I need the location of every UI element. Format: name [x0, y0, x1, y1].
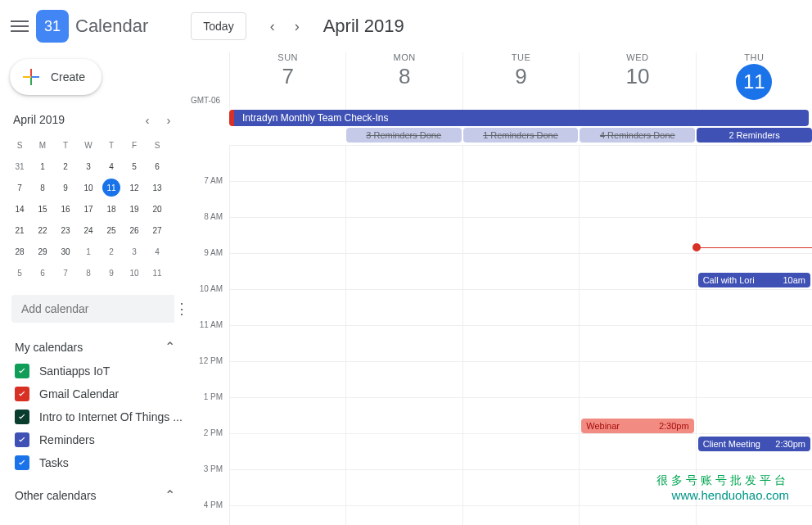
mini-day-cell[interactable]: 5	[123, 156, 146, 177]
mini-day-cell[interactable]: 5	[8, 262, 31, 283]
mini-day-cell[interactable]: 24	[77, 220, 100, 241]
mini-day-cell[interactable]: 15	[31, 198, 54, 220]
mini-day-cell[interactable]: 1	[77, 241, 100, 262]
mini-day-cell[interactable]: 26	[123, 220, 146, 241]
mini-day-cell[interactable]: 2	[100, 241, 123, 262]
sidebar: Create April 2019 ‹ › SMTWTFS31123456789…	[0, 52, 182, 525]
reminder-chip[interactable]: 3 Reminders Done	[346, 128, 462, 143]
mini-day-cell[interactable]: 9	[54, 177, 77, 198]
checkbox-icon[interactable]	[15, 410, 29, 424]
create-label: Create	[51, 70, 85, 84]
add-calendar-input[interactable]	[11, 295, 174, 323]
day-column[interactable]: Call with Lori10amClient Meeting2:30pm	[696, 145, 812, 525]
calendar-event[interactable]: Call with Lori10am	[698, 273, 810, 287]
allday-track: Intradyn Monthly Team Check-Ins 3 Remind…	[229, 110, 812, 145]
mini-day-cell[interactable]: 27	[146, 220, 169, 241]
mini-day-cell[interactable]: 14	[8, 198, 31, 220]
calendar-item[interactable]: Reminders	[11, 428, 182, 451]
day-header[interactable]: WED10	[579, 52, 695, 110]
mini-day-cell[interactable]: 28	[8, 241, 31, 262]
mini-day-cell[interactable]: 10	[123, 262, 146, 283]
day-column[interactable]	[229, 145, 345, 525]
time-column: 7 AM8 AM9 AM10 AM11 AM12 PM1 PM2 PM3 PM4…	[182, 145, 229, 525]
mini-day-cell[interactable]: 9	[100, 262, 123, 283]
checkbox-icon[interactable]	[15, 364, 29, 378]
reminder-chip[interactable]: 2 Reminders	[697, 128, 812, 143]
my-calendars-header[interactable]: My calendars ⌃	[11, 334, 182, 360]
calendar-item[interactable]: Gmail Calendar	[11, 382, 182, 405]
mini-day-cell[interactable]: 4	[146, 241, 169, 262]
mini-day-cell[interactable]: 7	[54, 262, 77, 283]
mini-day-cell[interactable]: 12	[123, 177, 146, 198]
mini-day-cell[interactable]: 16	[54, 198, 77, 220]
mini-day-cell[interactable]: 10	[77, 177, 100, 198]
day-column[interactable]	[462, 145, 579, 525]
nav-arrows: ‹ ›	[261, 15, 309, 38]
next-week-button[interactable]: ›	[286, 15, 309, 38]
mini-day-cell[interactable]: 6	[31, 262, 54, 283]
prev-week-button[interactable]: ‹	[261, 15, 284, 38]
day-header[interactable]: MON8	[345, 52, 462, 110]
mini-prev-button[interactable]: ‹	[138, 110, 157, 129]
mini-day-cell[interactable]: 18	[100, 198, 123, 220]
mini-day-cell[interactable]: 11	[146, 262, 169, 283]
mini-day-cell[interactable]: 3	[77, 156, 100, 177]
allday-event[interactable]: Intradyn Monthly Team Check-Ins	[229, 110, 809, 126]
menu-icon[interactable]	[10, 16, 29, 36]
watermark-url: www.henduohao.com	[656, 488, 789, 502]
create-button[interactable]: Create	[10, 59, 102, 95]
mini-day-cell[interactable]: 4	[100, 156, 123, 177]
calendar-event[interactable]: Webinar2:30pm	[581, 419, 693, 433]
mini-day-cell[interactable]: 25	[100, 220, 123, 241]
mini-day-cell[interactable]: 30	[54, 241, 77, 262]
other-calendars-header[interactable]: Other calendars ⌃	[11, 482, 182, 508]
mini-day-cell[interactable]: 13	[146, 177, 169, 198]
mini-day-cell[interactable]: 1	[31, 156, 54, 177]
mini-day-cell[interactable]: 11	[102, 179, 120, 197]
checkbox-icon[interactable]	[15, 432, 29, 447]
day-header[interactable]: THU11	[696, 52, 812, 110]
mini-day-cell[interactable]: 2	[54, 156, 77, 177]
checkbox-icon[interactable]	[15, 455, 29, 470]
checkbox-icon[interactable]	[15, 387, 29, 401]
hour-label: 4 PM	[182, 500, 229, 525]
day-column[interactable]: Webinar2:30pm	[579, 145, 695, 525]
mini-day-cell[interactable]: 20	[146, 198, 169, 220]
chevron-up-icon: ⌃	[165, 339, 175, 355]
reminder-chip[interactable]: 1 Reminders Done	[463, 128, 579, 143]
day-header[interactable]: SUN7	[229, 52, 345, 110]
section-title: Other calendars	[15, 489, 97, 502]
mini-day-cell[interactable]: 7	[8, 177, 31, 198]
calendar-event[interactable]: Client Meeting2:30pm	[698, 437, 810, 451]
mini-dow: W	[77, 134, 100, 156]
mini-day-cell[interactable]: 8	[31, 177, 54, 198]
mini-calendar[interactable]: SMTWTFS311234567891011121314151617181920…	[8, 134, 182, 283]
mini-day-cell[interactable]: 29	[31, 241, 54, 262]
reminder-chip[interactable]: 4 Reminders Done	[580, 128, 695, 143]
hour-label: 9 AM	[182, 248, 229, 284]
mini-next-button[interactable]: ›	[159, 110, 178, 129]
event-title: Call with Lori	[703, 275, 755, 285]
time-grid[interactable]: 7 AM8 AM9 AM10 AM11 AM12 PM1 PM2 PM3 PM4…	[182, 145, 812, 525]
mini-dow: T	[100, 134, 123, 156]
calendar-item[interactable]: Santiapps IoT	[11, 360, 182, 382]
today-button[interactable]: Today	[191, 12, 246, 40]
watermark-cn: 很多号账号批发平台	[656, 473, 789, 488]
mini-day-cell[interactable]: 6	[146, 156, 169, 177]
allday-row: Intradyn Monthly Team Check-Ins 3 Remind…	[182, 110, 812, 145]
calendar-label: Intro to Internet Of Things ...	[39, 410, 182, 423]
day-header[interactable]: TUE9	[462, 52, 579, 110]
mini-day-cell[interactable]: 22	[31, 220, 54, 241]
mini-day-cell[interactable]: 21	[8, 220, 31, 241]
calendar-item[interactable]: Tasks	[11, 451, 182, 474]
mini-day-cell[interactable]: 3	[123, 241, 146, 262]
mini-day-cell[interactable]: 23	[54, 220, 77, 241]
day-column[interactable]	[345, 145, 462, 525]
mini-day-cell[interactable]: 31	[8, 156, 31, 177]
mini-day-cell[interactable]: 19	[123, 198, 146, 220]
mini-day-cell[interactable]: 8	[77, 262, 100, 283]
calendar-label: Tasks	[39, 456, 69, 469]
mini-day-cell[interactable]: 17	[77, 198, 100, 220]
date-range-title: April 2019	[323, 16, 404, 37]
calendar-item[interactable]: Intro to Internet Of Things ...	[11, 405, 182, 428]
